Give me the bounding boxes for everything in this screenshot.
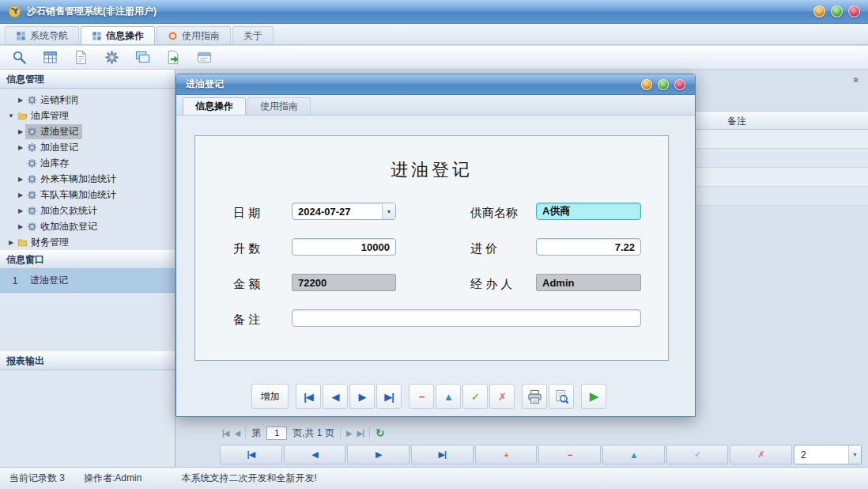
column-header-remark[interactable]: 备注 [727,115,746,128]
expand-arrow-icon[interactable]: ▶ [16,97,25,104]
page-last-button[interactable]: ▶| [357,429,364,438]
dialog-tab-user-guide[interactable]: 使用指南 [247,97,311,115]
tree-item-oil-stock[interactable]: 油库存 [0,155,175,171]
price-field[interactable]: 7.22 [536,238,641,256]
date-field[interactable]: 2024-07-27 ▼ [292,203,396,220]
nav-next-button[interactable]: ▶ [347,445,409,464]
delete-record-button[interactable]: − [538,445,601,464]
settings-button[interactable] [102,48,122,67]
dlg-prev-button[interactable]: ◀ [323,384,348,409]
tree-item-external-vehicle-stats[interactable]: ▶ 外来车辆加油统计 [0,171,175,187]
collapse-arrow-icon[interactable]: ▼ [6,112,16,119]
supplier-field[interactable]: A供商 [536,203,641,220]
tree-item-oil-depot-mgmt[interactable]: ▼ 油库管理 [0,108,175,123]
expand-arrow-icon[interactable]: ▶ [16,223,25,230]
dlg-first-button[interactable]: |◀ [296,384,321,409]
preview-button[interactable] [549,384,574,409]
expand-arrow-icon[interactable]: ▶ [16,128,25,135]
chevron-down-icon[interactable]: ▼ [382,203,395,219]
dlg-next-button[interactable]: ▶ [349,384,375,409]
dlg-post-button[interactable]: ✓ [462,384,488,409]
report-card-button[interactable] [194,48,214,67]
page-next-button[interactable]: ▶ [346,429,352,438]
dialog-titlebar[interactable]: 进油登记 [176,74,695,95]
windows-button[interactable] [133,48,153,67]
dlg-edit-button[interactable]: ▲ [436,384,461,409]
page-first-button[interactable]: |◀ [222,429,229,438]
window-titlebar[interactable]: 沙石销售管理系统(非注册用户) [0,0,868,24]
liters-label: 升 数 [233,241,260,256]
expand-arrow-icon[interactable]: ▶ [16,144,25,151]
page-label-suffix: 页,共 1 页 [292,426,334,440]
minimize-button[interactable] [813,6,825,17]
tab-system-navigation[interactable]: 系统导航 [5,26,79,44]
liters-field[interactable]: 10000 [292,238,396,256]
dlg-last-button[interactable]: ▶| [376,384,402,409]
info-window-item-oil-intake[interactable]: 1 进油登记 [0,269,175,293]
gear-icon [27,95,37,105]
dialog-tab-info-operations[interactable]: 信息操作 [183,97,246,115]
grid-icon [92,31,102,41]
separator [340,426,341,439]
record-count-combo[interactable]: 2 ▼ [794,445,862,464]
form-heading: 进油登记 [195,158,668,182]
dlg-cancel-button[interactable]: ✗ [489,384,515,409]
expand-arrow-icon[interactable]: ▶ [6,239,16,246]
refresh-button[interactable]: ↻ [376,426,385,439]
page-number-input[interactable]: 1 [266,426,287,440]
dialog-minimize-button[interactable] [641,79,652,90]
dialog-toolbar: 增加 |◀ ◀ ▶ ▶| − ▲ ✓ ✗ ▶ [176,382,695,411]
expand-arrow-icon[interactable]: ▶ [16,176,25,183]
grid-icon [16,31,26,41]
add-button[interactable]: 增加 [251,384,289,409]
nav-first-button[interactable]: |◀ [220,445,282,464]
tree-item-finance-mgmt[interactable]: ▶ 财务管理 [0,234,175,250]
nav-last-button[interactable]: ▶| [411,445,474,464]
tab-info-operations[interactable]: 信息操作 [81,26,155,44]
remark-field[interactable] [292,309,641,327]
navigation-tree: ▶ 运销利润 ▼ 油库管理 ▶ 进油登记 ▶ 加油登记 油库存 ▶ 外来车辆加油… [0,89,175,250]
section-header-info-window[interactable]: 信息窗口 [0,250,175,269]
tree-item-transport-profit[interactable]: ▶ 运销利润 [0,92,175,108]
tree-item-refuel-payment-reg[interactable]: ▶ 收加油款登记 [0,218,175,234]
ring-icon [168,31,178,41]
section-header-info-management[interactable]: 信息管理 [0,70,175,89]
print-button[interactable] [522,384,547,409]
gear-icon [27,158,37,169]
maximize-button[interactable] [831,6,843,17]
tree-item-refuel-registration[interactable]: ▶ 加油登记 [0,139,175,155]
tree-item-label: 收加油款登记 [40,220,97,233]
dlg-delete-button[interactable]: − [409,384,434,409]
collapse-panel-button[interactable]: « [849,74,863,86]
tree-item-oil-intake[interactable]: ▶ 进油登记 [0,123,175,139]
edit-record-button[interactable]: ▲ [602,445,665,464]
cancel-record-button[interactable]: ✗ [730,445,792,464]
supplier-label: 供商名称 [470,206,518,221]
tab-user-guide[interactable]: 使用指南 [157,26,231,44]
export-button[interactable] [164,48,183,67]
status-record-count: 当前记录数 3 [9,472,65,485]
table-view-button[interactable] [40,48,60,67]
document-button[interactable] [71,48,91,67]
tree-item-refuel-arrears-stats[interactable]: ▶ 加油欠款统计 [0,203,175,218]
expand-arrow-icon[interactable]: ▶ [16,191,25,199]
insert-record-button[interactable]: + [475,445,538,464]
execute-button[interactable]: ▶ [581,384,606,409]
dialog-close-button[interactable] [674,79,685,90]
amount-label: 金 额 [233,277,260,292]
post-record-button[interactable]: ✓ [666,445,729,464]
sidebar-spacer [0,370,175,467]
chevron-down-icon[interactable]: ▼ [848,445,861,464]
section-header-report-output[interactable]: 报表输出 [0,351,175,370]
nav-prev-button[interactable]: ◀ [284,445,346,464]
separator [245,426,246,439]
close-button[interactable] [848,6,860,17]
tree-item-fleet-vehicle-stats[interactable]: ▶ 车队车辆加油统计 [0,187,175,203]
tab-about[interactable]: 关于 [232,26,274,44]
tree-item-label: 进油登记 [40,125,78,138]
record-count-value: 2 [794,449,848,461]
search-button[interactable] [9,48,29,67]
dialog-maximize-button[interactable] [658,79,669,90]
page-prev-button[interactable]: ◀ [235,429,240,438]
expand-arrow-icon[interactable]: ▶ [16,207,25,214]
